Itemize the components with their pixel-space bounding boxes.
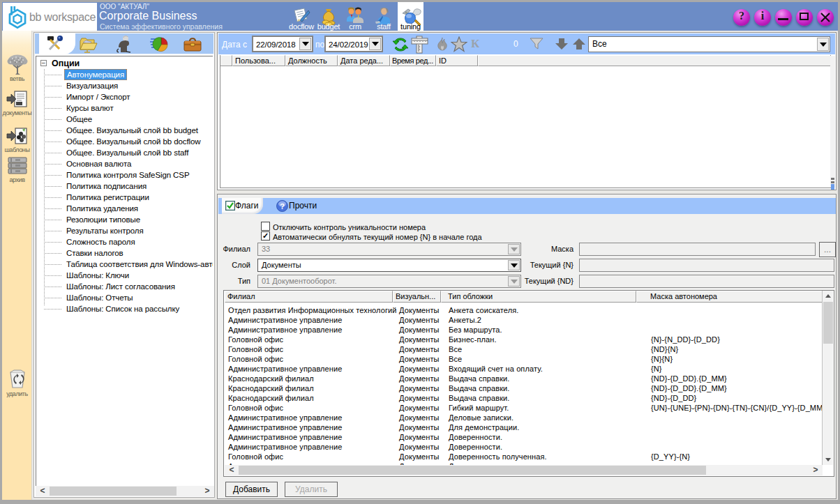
svg-text:?: ? xyxy=(280,202,285,211)
